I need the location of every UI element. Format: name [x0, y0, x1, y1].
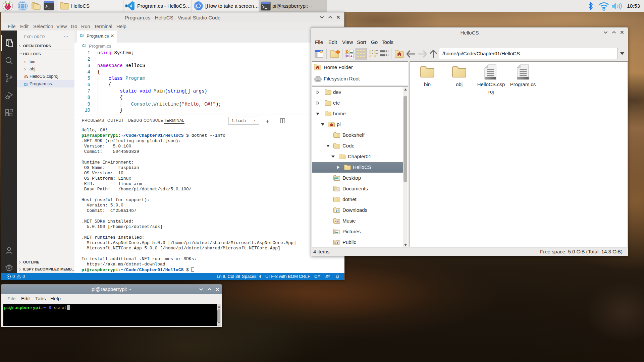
svg-text:A: A	[351, 54, 353, 58]
